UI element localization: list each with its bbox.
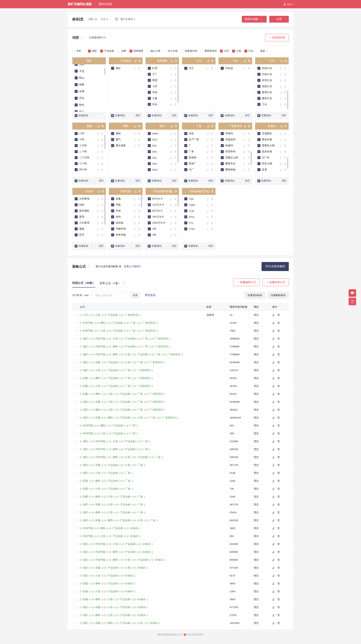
edit-icon[interactable]	[272, 598, 275, 600]
delete-icon[interactable]	[174, 162, 177, 165]
edit-icon[interactable]	[97, 144, 99, 147]
preview-link[interactable]: 预览	[254, 416, 259, 419]
edit-icon[interactable]	[272, 322, 275, 324]
row-checkbox[interactable]	[74, 330, 77, 332]
delete-icon[interactable]	[248, 168, 250, 171]
item-checkbox[interactable]	[221, 138, 224, 141]
edit-icon[interactable]	[207, 190, 210, 192]
item-checkbox[interactable]	[221, 156, 224, 159]
batch-add-button[interactable]: 批量添加	[148, 244, 162, 248]
delete-icon[interactable]	[211, 198, 213, 200]
delete-icon[interactable]	[277, 432, 280, 435]
edit-icon[interactable]	[272, 338, 275, 340]
delete-icon[interactable]	[138, 60, 141, 62]
batch-add-button[interactable]: 批量添加	[75, 244, 88, 248]
delete-icon[interactable]	[174, 85, 177, 88]
batch-add-button[interactable]: 批量添加	[111, 244, 125, 248]
scrollbar-thumb[interactable]	[104, 68, 106, 75]
preview-link[interactable]: 预览	[254, 424, 259, 427]
item-checkbox[interactable]	[75, 104, 78, 106]
batch-add-button[interactable]: 批量添加	[111, 179, 125, 182]
clear-button[interactable]: 清空	[99, 179, 104, 182]
edit-icon[interactable]	[134, 125, 137, 127]
row-checkbox[interactable]	[74, 582, 77, 585]
preview-link[interactable]: 预览	[254, 472, 259, 474]
edit-icon[interactable]	[97, 222, 99, 224]
row-checkbox[interactable]	[74, 519, 77, 522]
item-checkbox[interactable]	[221, 67, 224, 70]
edit-icon[interactable]	[170, 91, 172, 94]
delete-icon[interactable]	[174, 103, 177, 106]
delete-icon[interactable]	[248, 144, 250, 147]
edit-icon[interactable]	[272, 345, 275, 348]
item-checkbox[interactable]	[75, 209, 78, 212]
preview-link[interactable]: 预览	[254, 314, 259, 316]
item-checkbox[interactable]	[75, 64, 78, 66]
edit-icon[interactable]	[272, 361, 275, 364]
row-checkbox[interactable]	[74, 574, 77, 577]
delete-icon[interactable]	[174, 67, 177, 70]
edit-icon[interactable]	[206, 210, 209, 212]
item-checkbox[interactable]	[148, 228, 151, 230]
item-checkbox[interactable]	[221, 150, 224, 153]
item-checkbox[interactable]	[258, 168, 260, 171]
item-checkbox[interactable]	[258, 156, 260, 159]
edit-icon[interactable]	[272, 440, 275, 442]
delete-icon[interactable]	[284, 156, 286, 159]
help-icon[interactable]: ?	[80, 36, 84, 39]
item-checkbox[interactable]	[184, 138, 187, 141]
edit-icon[interactable]	[280, 60, 283, 62]
edit-icon[interactable]	[134, 67, 136, 70]
edit-icon[interactable]	[206, 222, 209, 224]
filter-checkbox-item[interactable]: 压力分类	[164, 49, 178, 53]
delete-icon[interactable]	[211, 67, 213, 70]
select-all-checkbox[interactable]	[74, 306, 77, 308]
batch-add-button[interactable]: 批量添加	[148, 179, 162, 182]
batch-add-button[interactable]: 批量添加	[184, 244, 198, 248]
delete-icon[interactable]	[174, 228, 177, 230]
delete-icon[interactable]	[174, 150, 177, 153]
item-checkbox[interactable]	[184, 197, 187, 200]
preview-link[interactable]: 预览	[254, 400, 259, 403]
item-checkbox[interactable]	[258, 138, 260, 141]
edit-icon[interactable]	[206, 138, 209, 141]
preview-link[interactable]: 预览	[254, 369, 259, 372]
search-button[interactable]: 搜索	[130, 292, 140, 299]
edit-icon[interactable]	[206, 204, 209, 206]
delete-icon[interactable]	[277, 314, 280, 316]
delete-icon[interactable]	[284, 85, 286, 88]
delete-icon[interactable]	[284, 150, 286, 153]
delete-icon[interactable]	[211, 222, 213, 224]
delete-icon[interactable]	[101, 228, 104, 230]
item-checkbox[interactable]	[75, 138, 78, 141]
preview-link[interactable]: 预览	[254, 574, 259, 577]
delete-icon[interactable]	[138, 228, 140, 230]
edit-icon[interactable]	[272, 314, 275, 316]
delete-icon[interactable]	[101, 210, 104, 212]
edit-icon[interactable]	[272, 488, 275, 490]
delete-icon[interactable]	[277, 622, 280, 624]
checkbox-icon[interactable]	[88, 50, 91, 52]
edit-icon[interactable]	[280, 97, 282, 100]
item-checkbox[interactable]	[148, 138, 151, 141]
edit-icon[interactable]	[272, 480, 275, 482]
clear-button[interactable]: 清空	[136, 114, 140, 117]
edit-icon[interactable]	[206, 216, 209, 218]
item-checkbox[interactable]	[75, 162, 78, 165]
delete-icon[interactable]	[138, 210, 140, 212]
edit-icon[interactable]	[280, 73, 282, 76]
delete-icon[interactable]	[175, 190, 177, 192]
item-checkbox[interactable]	[111, 67, 114, 70]
delete-icon[interactable]	[277, 527, 280, 530]
row-checkbox[interactable]	[74, 448, 77, 451]
edit-icon[interactable]	[97, 138, 99, 141]
edit-icon[interactable]	[170, 97, 172, 100]
delete-icon[interactable]	[284, 79, 286, 82]
scrollbar-thumb[interactable]	[104, 135, 106, 149]
edit-icon[interactable]	[206, 144, 209, 147]
batch-add-button[interactable]: 批量添加	[258, 179, 271, 182]
preview-link[interactable]: 预览	[254, 408, 259, 411]
delete-icon[interactable]	[284, 162, 286, 165]
batch-add-button[interactable]: 批量添加	[184, 114, 198, 117]
edit-icon[interactable]	[272, 393, 275, 395]
